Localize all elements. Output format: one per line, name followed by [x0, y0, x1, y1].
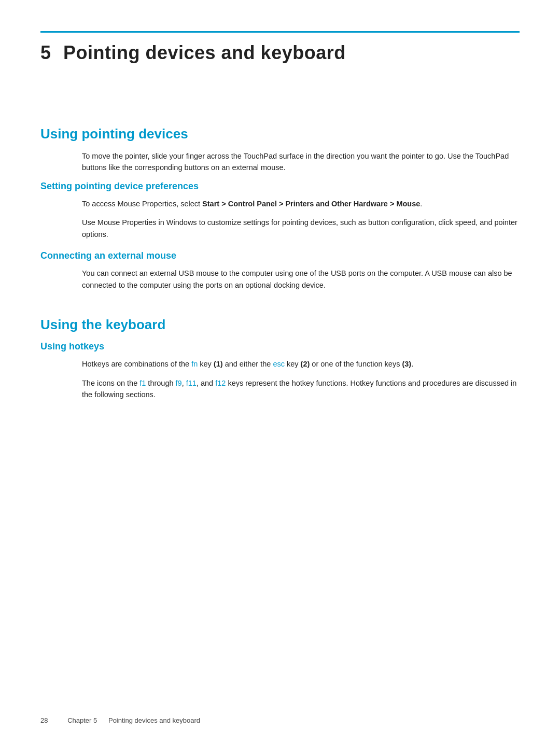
setting-preferences-para2: Use Mouse Properties in Windows to custo…: [82, 217, 520, 240]
f11-code: f11: [186, 379, 197, 387]
chapter-number: 5: [40, 42, 51, 63]
connecting-external-mouse-block: Connecting an external mouse You can con…: [40, 250, 520, 291]
footer-chapter-ref: Chapter 5: [67, 716, 97, 724]
f9-code: f9: [176, 379, 182, 387]
footer: 28 Chapter 5 Pointing devices and keyboa…: [40, 716, 200, 724]
hotkeys-para2: The icons on the f1 through f9, f11, and…: [82, 377, 520, 401]
setting-preferences-block: Setting pointing device preferences To a…: [40, 181, 520, 240]
chapter-title: Pointing devices and keyboard: [63, 42, 346, 63]
esc-code: esc: [273, 360, 285, 368]
footer-separator: [54, 716, 61, 724]
using-pointing-devices-intro: To move the pointer, slide your finger a…: [82, 150, 520, 174]
setting-preferences-heading: Setting pointing device preferences: [40, 181, 520, 192]
chapter-header: 5Pointing devices and keyboard: [40, 31, 520, 64]
footer-spacer: [99, 716, 106, 724]
connecting-external-mouse-para1: You can connect an external USB mouse to…: [82, 268, 520, 291]
using-hotkeys-block: Using hotkeys Hotkeys are combinations o…: [40, 341, 520, 400]
f1-code: f1: [139, 379, 146, 387]
connecting-external-mouse-heading: Connecting an external mouse: [40, 250, 520, 261]
footer-chapter-title: Pointing devices and keyboard: [108, 716, 200, 724]
setting-preferences-para1: To access Mouse Properties, select Start…: [82, 198, 520, 209]
hotkeys-para1: Hotkeys are combinations of the fn key (…: [82, 358, 520, 370]
using-keyboard-section: Using the keyboard Using hotkeys Hotkeys…: [40, 317, 520, 400]
using-pointing-devices-section: Using pointing devices To move the point…: [40, 126, 520, 291]
using-pointing-devices-heading: Using pointing devices: [40, 126, 520, 142]
bold-path: Start > Control Panel > Printers and Oth…: [202, 200, 420, 208]
fn-code: fn: [191, 360, 198, 368]
using-keyboard-heading: Using the keyboard: [40, 317, 520, 333]
page: 5Pointing devices and keyboard Using poi…: [0, 0, 560, 745]
footer-page-number: 28: [40, 716, 48, 724]
using-hotkeys-heading: Using hotkeys: [40, 341, 520, 352]
f12-code: f12: [215, 379, 226, 387]
